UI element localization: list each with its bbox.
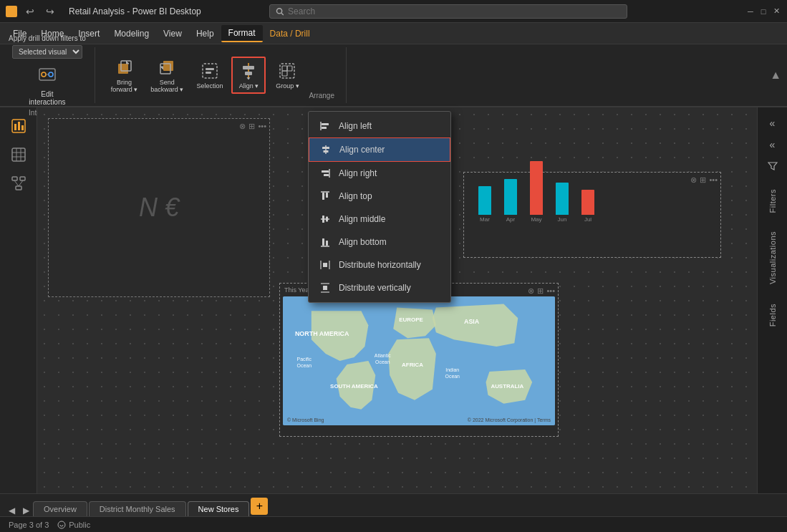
distribute-vertical-item[interactable]: Distribute vertically [309,276,450,299]
filter-panel-icon[interactable] [763,156,783,176]
tab-overview[interactable]: Overview [33,501,87,516]
bar-filter-icon[interactable]: ⊗ [690,175,697,185]
collapse-all-icon[interactable]: « [763,113,783,133]
map-copyright: © Microsoft Bing [287,417,324,422]
svg-point-4 [49,72,53,77]
map-focus-icon[interactable]: ⊞ [537,286,544,296]
bar-1 [478,186,491,215]
map-filter-icon[interactable]: ⊗ [528,286,534,296]
arrange-group-label: Arrange [309,92,334,100]
bar-group-2: Apr [504,179,517,223]
menu-item-data-drill[interactable]: Data / Drill [263,26,317,42]
tab-district-monthly[interactable]: District Monthly Sales [89,501,186,516]
bar-more-icon[interactable]: ••• [709,175,718,185]
svg-point-73 [58,521,65,528]
right-panel-collapse-buttons: « « [760,110,786,179]
align-dropdown-menu: Align left Align center Align right [308,111,451,303]
svg-text:SOUTH AMERICA: SOUTH AMERICA [330,383,378,390]
focus-icon[interactable]: ⊞ [248,122,255,131]
svg-rect-67 [323,263,325,267]
map-copyright2: © 2022 Microsoft Corporation | Terms [468,417,551,422]
align-center-item[interactable]: Align center [309,137,450,162]
maximize-button[interactable]: □ [758,6,768,16]
bring-forward-button[interactable]: Bringforward ▾ [107,54,143,96]
prev-page-button[interactable]: ◀ [6,505,17,516]
align-top-item[interactable]: Align top [309,185,450,208]
align-left-item[interactable]: Align left [309,115,450,137]
send-backward-button[interactable]: Sendbackward ▾ [146,54,188,96]
distribute-horizontal-item[interactable]: Distribute horizontally [309,253,450,276]
selected-visual-dropdown[interactable]: Selected visual [12,45,82,59]
next-page-button[interactable]: ▶ [20,505,32,516]
group-button[interactable]: Group ▾ [270,58,304,92]
svg-rect-14 [243,66,254,69]
more-options-icon[interactable]: ••• [258,122,266,131]
window-controls: ─ □ ✕ [745,6,781,16]
distribute-horizontal-label: Distribute horizontally [339,260,421,270]
minimize-button[interactable]: ─ [745,6,755,16]
tab-bar: ◀ ▶ Overview District Monthly Sales New … [0,493,787,516]
align-button[interactable]: Align ▾ [231,57,266,94]
menu-item-format[interactable]: Format [221,25,263,42]
svg-text:Ocean: Ocean [375,359,390,364]
ribbon-collapse[interactable]: ▲ [764,47,787,103]
apply-drill-row: Apply drill down filters to [9,34,86,42]
align-right-item[interactable]: Align right [309,162,450,185]
menu-item-view[interactable]: View [156,26,189,42]
svg-rect-8 [163,61,173,71]
align-bottom-item[interactable]: Align bottom [309,231,450,253]
undo-button[interactable]: ↩ [23,4,37,19]
map-more-icon[interactable]: ••• [546,286,555,296]
group-label: Group ▾ [276,82,299,90]
align-bottom-label: Align bottom [339,237,387,247]
world-map-svg: NORTH AMERICA SOUTH AMERICA EUROPE AFRIC… [283,296,555,425]
app-icon [6,6,17,17]
text-visual[interactable]: N € ⊗ ⊞ ••• [48,118,270,297]
svg-rect-60 [322,216,324,223]
search-input[interactable] [288,6,620,16]
text-visual-content: N € [49,119,269,296]
svg-text:ASIA: ASIA [464,318,480,325]
distribute-vertical-icon [319,281,332,294]
svg-text:Indian: Indian [445,367,459,372]
svg-point-0 [276,8,281,13]
selection-button[interactable]: Selection [192,58,227,92]
map-visual[interactable]: This Year Sales by City and Chain ⊗ ⊞ ••… [279,283,559,437]
sidebar-icon-table[interactable] [6,142,32,168]
svg-rect-12 [206,72,211,74]
redo-button[interactable]: ↪ [43,4,57,19]
sidebar-icon-report[interactable] [6,113,32,139]
collapse-left-icon[interactable]: « [763,135,783,155]
svg-rect-48 [322,123,329,125]
edit-interactions-button[interactable]: Editinteractions [29,64,65,106]
distribute-horizontal-icon [319,258,332,271]
right-panel: « « Filters Visualizations Fields [757,107,787,493]
menu-item-modeling[interactable]: Modeling [107,26,156,42]
tab-visualizations[interactable]: Visualizations [764,223,781,293]
svg-rect-63 [322,238,324,246]
search-bar[interactable] [269,4,627,19]
tab-filters[interactable]: Filters [764,180,781,221]
tab-fields[interactable]: Fields [764,295,781,335]
apply-drill-label: Apply drill down filters to [9,34,86,42]
close-button[interactable]: ✕ [771,6,781,16]
align-middle-item[interactable]: Align middle [309,208,450,231]
bar-chart-visual[interactable]: ⊗ ⊞ ••• Mar Apr May Jun [463,172,721,258]
filter-icon[interactable]: ⊗ [239,122,246,131]
svg-text:Ocean: Ocean [297,363,312,368]
left-sidebar [0,107,37,493]
svg-rect-21 [14,124,16,130]
svg-line-33 [19,180,23,186]
menu-item-help[interactable]: Help [189,26,221,42]
bar-label-2: Apr [506,216,515,223]
svg-rect-51 [322,147,329,149]
public-icon [57,521,66,529]
page-navigation: ◀ ▶ [6,505,32,516]
add-page-button[interactable]: + [251,498,268,515]
tab-new-stores[interactable]: New Stores [188,501,250,516]
align-center-label: Align center [339,145,385,155]
svg-rect-64 [326,241,328,246]
svg-rect-19 [282,71,287,76]
sidebar-icon-model[interactable] [6,170,32,196]
bar-focus-icon[interactable]: ⊞ [700,175,706,185]
